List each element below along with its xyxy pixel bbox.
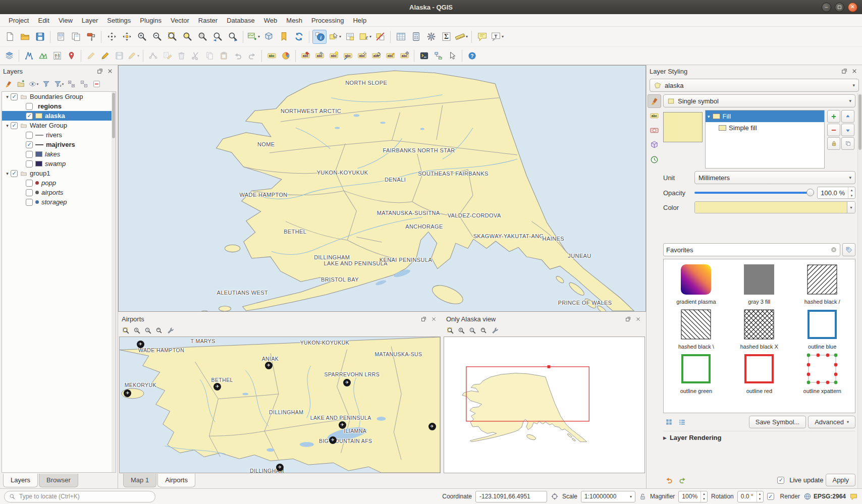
zoom-in-button[interactable] <box>135 30 149 44</box>
zoom-in-button[interactable] <box>456 325 466 335</box>
filter-expression-button[interactable]: ε▾ <box>52 78 65 90</box>
duplicate-symbol-layer-button[interactable] <box>841 137 854 150</box>
unit-selector[interactable]: Millimeters ▾ <box>694 171 855 184</box>
processing-options-button[interactable] <box>424 30 438 44</box>
layer-selector[interactable]: alaska ▾ <box>650 79 859 92</box>
statistical-summary-button[interactable]: Σ <box>439 30 453 44</box>
new-map-view-button[interactable]: ▾ <box>246 30 260 44</box>
pointer-edit-button[interactable] <box>446 49 459 63</box>
symbol-preset-hash-back[interactable]: hashed black \ <box>665 306 728 351</box>
layer-item-storagep[interactable]: storagep <box>2 197 116 207</box>
layer-item-alaska[interactable]: ✓alaska <box>2 111 116 121</box>
python-console-button[interactable] <box>417 49 430 63</box>
symbol-preset-gray-fill[interactable]: gray 3 fill <box>728 261 791 306</box>
menu-project[interactable]: Project <box>4 15 33 26</box>
close-panel-icon[interactable] <box>633 314 642 323</box>
layer-visibility-checkbox[interactable] <box>26 199 33 206</box>
cut-features-button[interactable] <box>189 49 202 63</box>
new-project-button[interactable] <box>3 30 17 44</box>
symbol-node-simple-fill[interactable]: Simple fill <box>706 122 824 134</box>
expander-icon[interactable]: ▾ <box>4 171 11 176</box>
float-panel-icon[interactable] <box>95 67 104 76</box>
new-3d-map-button[interactable] <box>261 30 276 44</box>
current-edits-button[interactable] <box>84 49 97 63</box>
messages-icon[interactable] <box>849 492 858 501</box>
zoom-full-button[interactable] <box>121 325 131 335</box>
symbol-search-input[interactable]: Favorites <box>663 243 840 256</box>
delete-selected-button[interactable] <box>175 49 188 63</box>
float-panel-icon[interactable] <box>419 314 428 323</box>
layer-visibility-checkbox[interactable]: ✓ <box>11 122 18 129</box>
layer-item-regions[interactable]: regions <box>2 101 116 111</box>
close-panel-icon[interactable] <box>429 314 438 323</box>
styling-dock-button[interactable] <box>2 78 14 90</box>
dock-settings-button[interactable] <box>490 325 500 335</box>
layer-visibility-checkbox[interactable]: ✓ <box>26 113 33 120</box>
add-mesh-layer-button[interactable] <box>36 49 49 63</box>
zoom-out-button[interactable] <box>467 325 477 335</box>
menu-web[interactable]: Web <box>259 15 282 26</box>
coordinate-input[interactable]: -123.1091,66.4951 <box>475 491 547 502</box>
close-panel-icon[interactable] <box>105 67 115 76</box>
zoom-full-button[interactable] <box>445 325 455 335</box>
rotation-spinbox[interactable]: 0.0 ° ▲▼ <box>737 491 764 502</box>
render-checkbox[interactable]: ✓ <box>767 493 774 500</box>
maximize-button[interactable] <box>835 3 844 12</box>
tab-layers[interactable]: Layers <box>3 474 38 487</box>
menu-settings[interactable]: Settings <box>102 15 135 26</box>
save-symbol-button[interactable]: Save Symbol... <box>749 416 806 428</box>
layer-visibility-checkbox[interactable] <box>26 189 33 196</box>
locate-search-input[interactable]: Type to locate (Ctrl+K) <box>4 491 155 502</box>
layer-item-majrivers[interactable]: ✓majrivers <box>2 140 116 149</box>
symbol-preset-gradient-plasma[interactable]: gradient plasma <box>665 261 728 306</box>
symbol-preset-outline-red[interactable]: outline red <box>728 351 791 396</box>
open-project-button[interactable] <box>18 30 32 44</box>
menu-view[interactable]: View <box>54 15 77 26</box>
sync-view-button[interactable] <box>154 325 164 335</box>
styling-tab-masks-tab[interactable] <box>648 124 661 137</box>
opacity-spinbox[interactable]: 100.0 % ▲▼ <box>817 187 855 199</box>
lock-scale-icon[interactable] <box>639 493 646 500</box>
menu-vector[interactable]: Vector <box>166 15 194 26</box>
map-canvas[interactable]: NORTH SLOPENORTHWEST ARCTICNOMEFAIRBANKS… <box>118 65 646 312</box>
layer-visibility-checkbox[interactable]: ✓ <box>26 141 33 148</box>
dock-settings-button[interactable] <box>165 325 175 335</box>
extents-icon[interactable] <box>551 492 559 500</box>
advanced-button[interactable]: Advanced▾ <box>808 416 855 428</box>
expander-icon[interactable]: ▾ <box>4 123 11 128</box>
symbol-preset-hash-forward[interactable]: hashed black / <box>791 261 854 306</box>
styling-tab-history-tab[interactable] <box>648 153 661 166</box>
label-unpin-button[interactable]: abc <box>313 49 326 63</box>
undo-style-button[interactable] <box>663 475 674 486</box>
undo-button[interactable] <box>231 49 244 63</box>
vertex-tool-button[interactable] <box>146 49 159 63</box>
icon-view-toggle[interactable] <box>663 417 674 428</box>
new-layout-button[interactable] <box>53 30 68 44</box>
magnifier-spinbox[interactable]: 100% ▲▼ <box>678 491 708 502</box>
live-update-checkbox[interactable]: ✓ <box>777 477 784 484</box>
layer-item-airports[interactable]: airports <box>2 188 116 197</box>
refresh-button[interactable] <box>292 30 306 44</box>
sync-view-button[interactable] <box>478 325 489 335</box>
collapse-all-button[interactable] <box>78 78 90 90</box>
zoom-next-button[interactable] <box>226 30 240 44</box>
list-view-toggle[interactable] <box>676 417 687 428</box>
symbol-preset-hash-cross[interactable]: hashed black X <box>728 306 791 351</box>
menu-database[interactable]: Database <box>222 15 259 26</box>
menu-edit[interactable]: Edit <box>33 15 53 26</box>
close-button[interactable]: ✕ <box>848 3 857 12</box>
zoom-last-button[interactable] <box>210 30 225 44</box>
edits-menu-button[interactable]: ▾ <box>127 49 140 63</box>
layer-visibility-checkbox[interactable] <box>26 151 33 158</box>
styling-scrollbar[interactable] <box>857 93 862 488</box>
field-calculator-button[interactable] <box>409 30 423 44</box>
layer-item-swamp[interactable]: swamp <box>2 159 116 169</box>
symbol-node-fill[interactable]: ▾ Fill <box>706 110 824 122</box>
scale-selector[interactable]: 1:10000000 ▾ <box>581 491 635 502</box>
renderer-selector[interactable]: Single symbol ▾ <box>663 94 855 107</box>
attribute-table-button[interactable] <box>394 30 408 44</box>
processing-model-button[interactable] <box>432 49 445 63</box>
label-rotate-button[interactable]: abc <box>369 49 383 63</box>
copy-features-button[interactable] <box>203 49 216 63</box>
symbol-preset-outline-green[interactable]: outline green <box>665 351 728 396</box>
